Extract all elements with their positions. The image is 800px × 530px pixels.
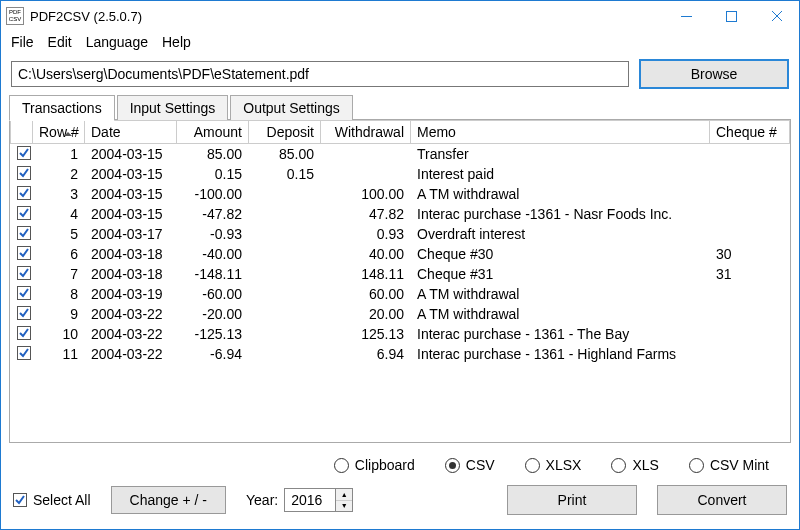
svg-rect-1 <box>727 11 737 21</box>
cell-cheque <box>710 284 790 304</box>
table-row[interactable]: 32004-03-15-100.00100.00A TM withdrawal <box>11 184 790 204</box>
cell-date: 2004-03-15 <box>85 184 177 204</box>
print-button[interactable]: Print <box>507 485 637 515</box>
cell-deposit <box>249 264 321 284</box>
radio-clipboard[interactable]: Clipboard <box>334 457 415 473</box>
table-row[interactable]: 22004-03-150.150.15Interest paid <box>11 164 790 184</box>
cell-date: 2004-03-19 <box>85 284 177 304</box>
year-down-icon[interactable]: ▼ <box>336 501 352 512</box>
cell-withdrawal: 148.11 <box>321 264 411 284</box>
cell-withdrawal: 0.93 <box>321 224 411 244</box>
select-all-checkbox[interactable]: Select All <box>13 492 91 508</box>
cell-withdrawal: 125.13 <box>321 324 411 344</box>
cell-date: 2004-03-18 <box>85 264 177 284</box>
cell-memo: Cheque #31 <box>411 264 710 284</box>
radio-csvmint[interactable]: CSV Mint <box>689 457 769 473</box>
menu-language[interactable]: Language <box>80 32 154 52</box>
close-button[interactable] <box>754 1 799 31</box>
table-row[interactable]: 112004-03-22-6.946.94Interac purchase - … <box>11 344 790 364</box>
year-spinner[interactable]: ▲ ▼ <box>284 488 353 512</box>
menu-file[interactable]: File <box>5 32 40 52</box>
cell-cheque <box>710 144 790 165</box>
radio-xlsx[interactable]: XLSX <box>525 457 582 473</box>
cell-amount: -47.82 <box>177 204 249 224</box>
table-row[interactable]: 72004-03-18-148.11148.11Cheque #3131 <box>11 264 790 284</box>
cell-deposit <box>249 304 321 324</box>
convert-button[interactable]: Convert <box>657 485 787 515</box>
row-checkbox[interactable] <box>17 306 31 320</box>
cell-row: 9 <box>33 304 85 324</box>
col-date[interactable]: Date <box>85 121 177 144</box>
cell-amount: -20.00 <box>177 304 249 324</box>
table-row[interactable]: 92004-03-22-20.0020.00A TM withdrawal <box>11 304 790 324</box>
cell-date: 2004-03-15 <box>85 204 177 224</box>
cell-memo: Interest paid <box>411 164 710 184</box>
cell-amount: -6.94 <box>177 344 249 364</box>
table-row[interactable]: 52004-03-17-0.930.93Overdraft interest <box>11 224 790 244</box>
maximize-button[interactable] <box>709 1 754 31</box>
row-checkbox[interactable] <box>17 146 31 160</box>
cell-deposit: 85.00 <box>249 144 321 165</box>
row-checkbox[interactable] <box>17 326 31 340</box>
table-row[interactable]: 42004-03-15-47.8247.82Interac purchase -… <box>11 204 790 224</box>
row-checkbox[interactable] <box>17 346 31 360</box>
row-checkbox[interactable] <box>17 246 31 260</box>
tab-output-settings[interactable]: Output Settings <box>230 95 353 120</box>
cell-deposit <box>249 204 321 224</box>
cell-withdrawal: 100.00 <box>321 184 411 204</box>
cell-deposit <box>249 324 321 344</box>
cell-memo: A TM withdrawal <box>411 284 710 304</box>
year-input[interactable] <box>285 489 335 511</box>
table-header: Row # Date Amount Deposit Withdrawal Mem… <box>11 121 790 144</box>
app-window: PDFCSV PDF2CSV (2.5.0.7) File Edit Langu… <box>0 0 800 530</box>
cell-withdrawal: 47.82 <box>321 204 411 224</box>
cell-date: 2004-03-17 <box>85 224 177 244</box>
col-deposit[interactable]: Deposit <box>249 121 321 144</box>
col-check[interactable] <box>11 121 33 144</box>
cell-row: 2 <box>33 164 85 184</box>
radio-csv[interactable]: CSV <box>445 457 495 473</box>
cell-amount: -125.13 <box>177 324 249 344</box>
col-amount[interactable]: Amount <box>177 121 249 144</box>
cell-withdrawal <box>321 164 411 184</box>
row-checkbox[interactable] <box>17 266 31 280</box>
row-checkbox[interactable] <box>17 186 31 200</box>
menu-help[interactable]: Help <box>156 32 197 52</box>
cell-memo: Overdraft interest <box>411 224 710 244</box>
col-memo[interactable]: Memo <box>411 121 710 144</box>
change-sign-button[interactable]: Change + / - <box>111 486 226 514</box>
radio-xls[interactable]: XLS <box>611 457 658 473</box>
cell-cheque <box>710 164 790 184</box>
year-field: Year: ▲ ▼ <box>246 488 353 512</box>
cell-withdrawal <box>321 144 411 165</box>
row-checkbox[interactable] <box>17 286 31 300</box>
app-icon: PDFCSV <box>6 7 24 25</box>
cell-cheque <box>710 344 790 364</box>
cell-deposit <box>249 184 321 204</box>
table-row[interactable]: 62004-03-18-40.0040.00Cheque #3030 <box>11 244 790 264</box>
year-up-icon[interactable]: ▲ <box>336 489 352 501</box>
minimize-button[interactable] <box>664 1 709 31</box>
row-checkbox[interactable] <box>17 226 31 240</box>
cell-amount: -40.00 <box>177 244 249 264</box>
browse-button[interactable]: Browse <box>639 59 789 89</box>
format-radio-group: Clipboard CSV XLSX XLS CSV Mint <box>1 451 799 477</box>
table-row[interactable]: 12004-03-1585.0085.00Transfer <box>11 144 790 165</box>
tab-transactions[interactable]: Transactions <box>9 95 115 121</box>
cell-cheque <box>710 324 790 344</box>
menu-edit[interactable]: Edit <box>42 32 78 52</box>
file-path-input[interactable] <box>11 61 629 87</box>
row-checkbox[interactable] <box>17 166 31 180</box>
file-row: Browse <box>1 53 799 95</box>
table-row[interactable]: 82004-03-19-60.0060.00A TM withdrawal <box>11 284 790 304</box>
row-checkbox[interactable] <box>17 206 31 220</box>
cell-cheque: 30 <box>710 244 790 264</box>
col-row[interactable]: Row # <box>33 121 85 144</box>
table-row[interactable]: 102004-03-22-125.13125.13Interac purchas… <box>11 324 790 344</box>
cell-memo: A TM withdrawal <box>411 304 710 324</box>
tab-input-settings[interactable]: Input Settings <box>117 95 229 120</box>
menubar: File Edit Language Help <box>1 31 799 53</box>
cell-cheque <box>710 184 790 204</box>
col-cheque[interactable]: Cheque # <box>710 121 790 144</box>
col-withdrawal[interactable]: Withdrawal <box>321 121 411 144</box>
